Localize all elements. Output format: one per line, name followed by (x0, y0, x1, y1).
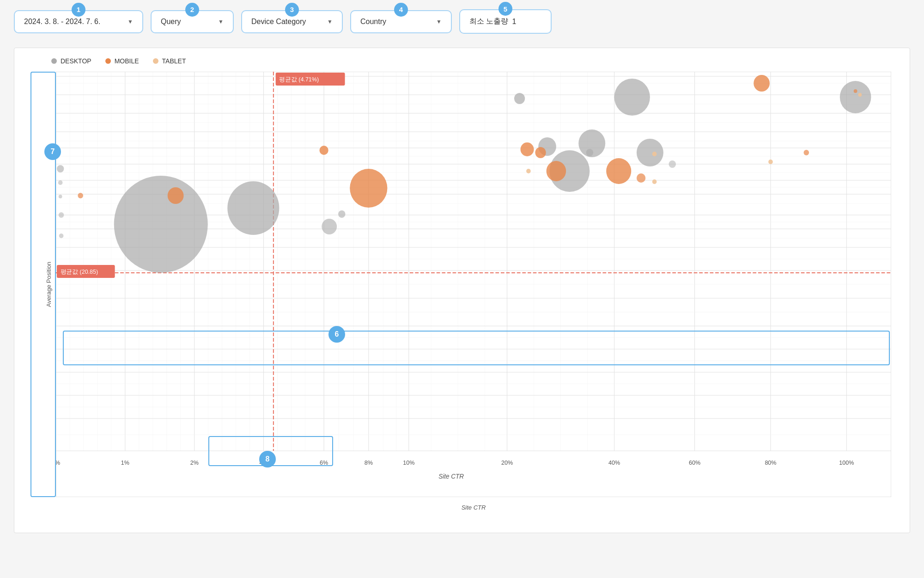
svg-point-106 (637, 173, 645, 183)
svg-point-83 (338, 210, 345, 218)
filter-query[interactable]: 2 Query ▼ (151, 10, 234, 33)
svg-point-101 (319, 146, 328, 155)
badge-1: 1 (72, 3, 85, 17)
svg-text:100%: 100% (839, 459, 854, 466)
svg-text:40%: 40% (608, 459, 620, 466)
svg-point-90 (637, 139, 663, 166)
svg-point-102 (521, 142, 534, 156)
badge-4: 4 (394, 3, 408, 17)
legend-desktop-label: DESKTOP (61, 57, 91, 65)
svg-point-81 (227, 181, 279, 235)
svg-text:Site CTR: Site CTR (438, 473, 464, 480)
svg-point-95 (59, 195, 62, 198)
badge-3: 3 (285, 3, 299, 17)
chart-legend: DESKTOP MOBILE TABLET (51, 57, 900, 65)
svg-point-85 (614, 79, 650, 116)
svg-point-84 (514, 93, 525, 104)
svg-text:2%: 2% (190, 459, 199, 466)
badge-2: 2 (185, 3, 199, 17)
svg-point-99 (168, 187, 184, 204)
svg-point-91 (669, 160, 676, 168)
svg-text:60%: 60% (689, 459, 700, 466)
badge-8: 8 (259, 451, 276, 467)
svg-point-96 (59, 212, 64, 218)
legend-desktop: DESKTOP (51, 57, 91, 65)
filter-min-label: 최소 노출량 (469, 17, 508, 26)
svg-point-113 (652, 179, 657, 184)
svg-point-105 (606, 158, 631, 184)
svg-text:8%: 8% (365, 459, 373, 466)
filter-min-exposure[interactable]: 5 최소 노출량 1 (459, 9, 552, 34)
svg-point-109 (854, 89, 857, 93)
filter-query-label: Query (161, 18, 181, 26)
badge-6: 6 (328, 326, 345, 343)
svg-point-89 (586, 149, 593, 156)
svg-point-103 (535, 147, 546, 158)
svg-text:1%: 1% (121, 459, 129, 466)
svg-point-80 (114, 176, 208, 273)
svg-point-110 (526, 169, 531, 173)
svg-text:20%: 20% (501, 459, 513, 466)
svg-point-86 (840, 81, 871, 113)
svg-point-114 (768, 160, 773, 164)
filter-min-value: 1 (512, 18, 516, 26)
legend-mobile-label: MOBILE (115, 57, 139, 65)
badge-7: 7 (44, 143, 61, 160)
filter-device-arrow: ▼ (327, 18, 333, 25)
legend-desktop-dot (51, 58, 57, 64)
filter-device-label: Device Category (251, 18, 306, 26)
svg-text:0%: 0% (56, 459, 60, 466)
svg-text:평균값 (4.71%): 평균값 (4.71%) (279, 76, 319, 83)
svg-point-100 (78, 193, 83, 198)
badge-5: 5 (498, 2, 512, 16)
legend-tablet: TABLET (153, 57, 186, 65)
svg-point-111 (652, 152, 657, 156)
x-axis-label: Site CTR (462, 504, 486, 511)
svg-point-97 (59, 234, 64, 238)
filter-country[interactable]: 4 Country ▼ (350, 10, 452, 33)
svg-text:평균값 (20.85): 평균값 (20.85) (61, 268, 98, 275)
svg-point-107 (754, 75, 770, 92)
filter-country-arrow: ▼ (436, 18, 442, 25)
legend-mobile: MOBILE (105, 57, 139, 65)
svg-point-112 (858, 93, 862, 97)
svg-point-94 (58, 180, 63, 185)
legend-mobile-dot (105, 58, 111, 64)
highlight-box-7 (30, 72, 56, 497)
top-bar: 1 2024. 3. 8. - 2024. 7. 6. ▼ 2 Query ▼ … (0, 0, 924, 43)
legend-tablet-dot (153, 58, 158, 64)
filter-device[interactable]: 3 Device Category ▼ (241, 10, 343, 33)
svg-point-108 (803, 150, 809, 155)
filter-date-arrow: ▼ (128, 18, 133, 25)
svg-text:10%: 10% (403, 459, 414, 466)
svg-point-98 (350, 169, 387, 208)
legend-tablet-label: TABLET (162, 57, 186, 65)
chart-container: DESKTOP MOBILE TABLET Average Position 6… (14, 48, 910, 533)
filter-query-arrow: ▼ (218, 18, 224, 25)
y-axis-label: Average Position (45, 262, 52, 307)
svg-point-82 (322, 219, 337, 234)
chart-svg: 평균값 (4.71%) 평균값 (20.85) (56, 72, 891, 497)
svg-point-93 (57, 165, 64, 172)
filter-date[interactable]: 1 2024. 3. 8. - 2024. 7. 6. ▼ (14, 10, 143, 33)
svg-text:6%: 6% (320, 459, 328, 466)
svg-point-104 (547, 161, 566, 181)
chart-area: Average Position 6 7 8 (56, 72, 891, 497)
svg-text:80%: 80% (765, 459, 776, 466)
filter-country-label: Country (360, 18, 386, 26)
filter-date-label: 2024. 3. 8. - 2024. 7. 6. (24, 18, 100, 26)
